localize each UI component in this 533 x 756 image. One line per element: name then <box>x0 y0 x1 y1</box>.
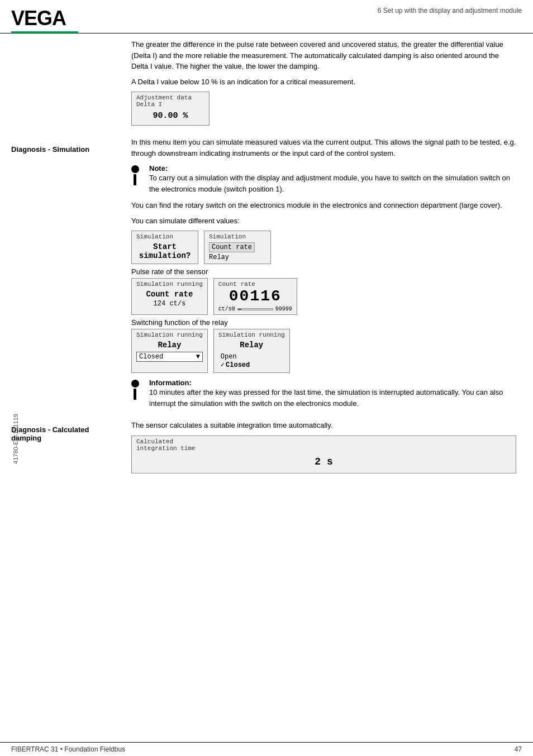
sim-right-title: Simulation <box>209 233 266 240</box>
footer-page: 47 <box>515 745 522 753</box>
sim-left-line2: simulation? <box>136 251 193 260</box>
switching-function-label: Switching function of the relay <box>131 318 516 327</box>
calc-integration-box: Calculated integration time 2 s <box>131 436 516 473</box>
logo-area: VEGA <box>11 7 78 33</box>
note-stick <box>134 174 136 185</box>
note-title: Note: <box>149 164 516 173</box>
calc-box-value: 2 s <box>136 452 511 471</box>
calc-box-title1: Calculated <box>136 438 511 445</box>
calc-box-title2: integration time <box>136 445 511 452</box>
relay-right-title: Simulation running <box>218 332 285 338</box>
note-icon <box>131 165 149 185</box>
diagnosis-calculated-section: Diagnosis - Calculated damping The senso… <box>0 420 533 485</box>
intro-para2: A Delta I value below 10 % is an indicat… <box>131 76 516 88</box>
note-content: Note: To carry out a simulation with the… <box>149 164 516 194</box>
chapter-title: 6 Set up with the display and adjustment… <box>78 7 522 18</box>
sim-running-value: 124 ct/s <box>136 300 203 308</box>
diag-calc-description: The sensor calculates a suitable integra… <box>131 420 516 431</box>
sim-screen-left: Simulation Start simulation? <box>131 231 198 264</box>
cr-scale: ct/s 0 99999 <box>218 306 292 312</box>
count-rate-display: Count rate 00116 ct/s 0 99999 <box>213 278 297 315</box>
sim-left-title: Simulation <box>136 233 193 240</box>
sim-right-option2: Relay <box>209 253 266 261</box>
relay-right-label: Relay <box>218 338 285 352</box>
cr-title: Count rate <box>218 281 292 288</box>
cr-max: 99999 <box>275 306 292 312</box>
diag-calc-right: The sensor calculates a suitable integra… <box>123 420 533 479</box>
cr-bar-fill <box>238 309 241 310</box>
relay-left-title: Simulation running <box>136 332 203 338</box>
relay-options: Open ✓ Closed <box>218 352 285 370</box>
relay-right-box: Simulation running Relay Open ✓ Closed <box>213 329 290 373</box>
sim-running-left: Simulation running Count rate 124 ct/s <box>131 278 208 315</box>
diag-calc-label: Diagnosis - Calculated damping <box>11 425 123 442</box>
intro-para1: The greater the difference in the pulse … <box>131 39 516 72</box>
sim-row-1: Simulation Start simulation? Simulation … <box>131 231 516 264</box>
information-block: Information: 10 minutes after the key wa… <box>131 379 516 409</box>
relay-check-icon: ✓ <box>221 361 225 369</box>
footer-product: FIBERTRAC 31 • Foundation Fieldbus <box>11 745 125 753</box>
cr-value: 00116 <box>218 288 292 305</box>
relay-selected-value: Closed <box>226 361 250 369</box>
sim-running-count-rate: Count rate <box>136 290 203 299</box>
relay-option-open: Open <box>221 353 283 361</box>
cr-bar <box>237 308 273 310</box>
adjustment-data-box: Adjustment data Delta I 90.00 % <box>131 92 210 126</box>
right-column: The greater the difference in the pulse … <box>123 39 533 414</box>
logo-underline <box>11 31 78 33</box>
info-stick <box>134 389 136 400</box>
sim-row-3: Simulation running Relay Closed ▼ Simula… <box>131 329 516 373</box>
info-dot <box>131 380 139 387</box>
cr-min: 0 <box>232 306 235 312</box>
adj-box-value: 90.00 % <box>136 108 204 123</box>
sim-running-title: Simulation running <box>136 281 203 288</box>
relay-dropdown-value: Closed <box>139 353 163 361</box>
relay-option-closed: ✓ Closed <box>221 361 283 369</box>
relay-left-label: Relay <box>136 338 203 352</box>
note-block: Note: To carry out a simulation with the… <box>131 164 516 194</box>
pulse-rate-label: Pulse rate of the sensor <box>131 267 516 276</box>
sim-left-line1: Start <box>136 242 193 251</box>
relay-left-box: Simulation running Relay Closed ▼ <box>131 329 208 373</box>
information-title: Information: <box>149 379 516 387</box>
main-content: Diagnosis - Simulation The greater the d… <box>0 34 533 420</box>
relay-dropdown-arrow: ▼ <box>196 353 200 361</box>
note-dot <box>131 165 139 173</box>
vega-logo: VEGA <box>11 7 78 30</box>
diagnosis-simulation-label: Diagnosis - Simulation <box>11 145 123 154</box>
information-icon <box>131 380 149 400</box>
adj-box-title: Adjustment data <box>136 94 204 101</box>
information-content: Information: 10 minutes after the key wa… <box>149 379 516 409</box>
rotary-text: You can find the rotary switch on the el… <box>131 200 516 211</box>
page-header: VEGA 6 Set up with the display and adjus… <box>0 0 533 34</box>
relay-dropdown[interactable]: Closed ▼ <box>136 352 203 362</box>
note-text: To carry out a simulation with the displ… <box>149 173 516 194</box>
cr-unit: ct/s <box>218 306 232 312</box>
left-column: Diagnosis - Simulation <box>0 39 123 414</box>
information-text: 10 minutes after the key was pressed for… <box>149 387 516 409</box>
sim-right-option1: Count rate <box>209 242 255 252</box>
adj-box-subtitle: Delta I <box>136 101 204 108</box>
simulate-text: You can simulate different values: <box>131 216 516 227</box>
sim-row-2: Simulation running Count rate 124 ct/s C… <box>131 278 516 315</box>
doc-number-vertical: 41780-EN-131119 <box>12 414 19 464</box>
page-footer: FIBERTRAC 31 • Foundation Fieldbus 47 <box>0 742 533 756</box>
diag-sim-description: In this menu item you can simulate measu… <box>131 137 516 159</box>
sim-screen-right: Simulation Count rate Relay <box>204 231 271 264</box>
